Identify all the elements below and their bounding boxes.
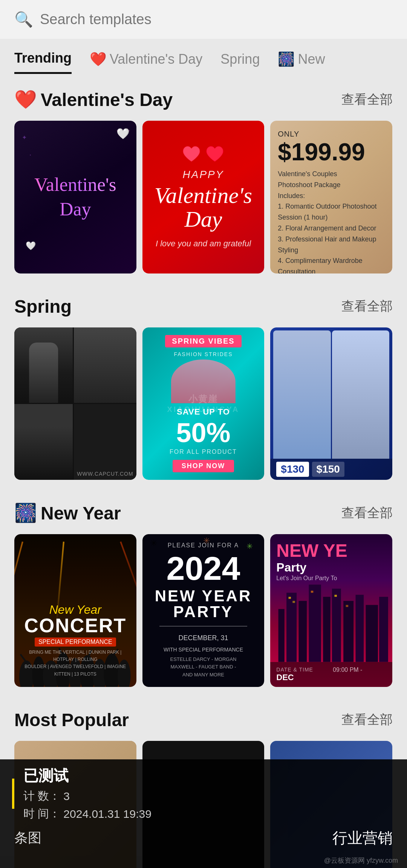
spring-cards-row: WWW.CAPCUT.COM SPRING VIBES FASHION STRI…	[14, 327, 393, 480]
ny2-year: 2024	[167, 552, 240, 585]
svg-rect-14	[286, 593, 297, 662]
sp1-photo-tl	[14, 327, 73, 403]
ny1-concert: CONCERT	[20, 616, 130, 635]
search-input[interactable]	[40, 11, 393, 28]
sp3-price2: $150	[312, 462, 344, 477]
svg-rect-15	[299, 601, 307, 662]
ny3-info-panel: DATE & TIME DEC 09:00 PM -	[270, 662, 392, 687]
search-bar: 🔍	[0, 0, 407, 39]
overlay-industry: 行业营销	[332, 828, 393, 848]
spring-header: Spring 查看全部	[14, 296, 393, 317]
template-card-vd3[interactable]: ONLY $199.99 Valentine's Couples Photosh…	[270, 121, 392, 273]
attribution-text: @云板资源网 yfzyw.com	[0, 856, 407, 868]
heart-svg-right	[205, 146, 224, 163]
template-card-ny1[interactable]: New Year CONCERT SPECIAL PERFORMANCE BRI…	[14, 534, 136, 687]
vd2-subtitle: I love you and am grateful	[156, 239, 251, 249]
svg-rect-21	[366, 605, 378, 662]
bottom-overlay: 已测试 计 数： 3 时 间： 2024.01.31 19:39 条图 行业营销…	[0, 759, 407, 868]
template-card-ny3[interactable]: DATE & TIME DEC 09:00 PM - NEW YE Party …	[270, 534, 392, 687]
sp3-price1: $130	[276, 462, 309, 477]
vd3-only: ONLY	[278, 130, 385, 138]
sp2-badge: SPRING VIBES	[165, 335, 241, 347]
svg-rect-17	[323, 597, 330, 662]
template-card-ny2[interactable]: ✳ ✳ ✳ PLEASE JOIN FOR A 2024 NEW YEARPAR…	[142, 534, 265, 687]
ny3-join: Let's Join Our Party To	[276, 575, 337, 582]
svg-rect-18	[332, 589, 341, 662]
sp1-watermark: WWW.CAPCUT.COM	[77, 471, 133, 477]
tabs-bar: Trending ❤️ Valentine's Day Spring 🎆 New	[0, 39, 407, 74]
tab-trending-label: Trending	[14, 50, 72, 66]
tab-valentines[interactable]: ❤️ Valentine's Day	[90, 51, 202, 73]
tab-new-icon: 🎆	[278, 51, 295, 67]
ny3-dec: DEC	[276, 673, 330, 682]
tab-valentines-label: Valentine's Day	[110, 51, 202, 67]
overlay-bottom-row: 条图 行业营销	[0, 825, 407, 856]
svg-rect-20	[356, 595, 364, 662]
ny3-party-text: Party	[276, 561, 306, 575]
overlay-count-label: 计 数：	[23, 788, 60, 804]
tab-new-label: New	[298, 51, 325, 67]
tab-valentines-icon: ❤️	[90, 51, 107, 67]
vd2-title: Valentine'sDay	[155, 184, 252, 231]
overlay-time-value: 2024.01.31 19:39	[63, 808, 151, 820]
valentines-header: ❤️ Valentine's Day 查看全部	[14, 89, 393, 110]
valentines-title: ❤️ Valentine's Day	[14, 89, 173, 110]
tab-new[interactable]: 🎆 New	[278, 51, 325, 73]
vd1-text: Valentine's Day	[22, 172, 129, 221]
sp1-photo-bl	[14, 404, 73, 480]
overlay-info: 已测试 计 数： 3 时 间： 2024.01.31 19:39	[23, 765, 151, 822]
template-card-sp3[interactable]: $130 $150	[270, 327, 392, 480]
valentines-cards-row: ✦ ✦ ✦ 🤍 Valentine's Day 🤍 ·	[14, 121, 393, 273]
spring-title: Spring	[14, 296, 72, 317]
template-card-vd1[interactable]: ✦ ✦ ✦ 🤍 Valentine's Day 🤍 ·	[14, 121, 136, 273]
watermark-overlay: 小黄崖 XIAOHUANGYA	[142, 327, 265, 480]
sp2-cta[interactable]: SHOP NOW	[173, 460, 234, 472]
heart-decoration: 🤍	[116, 128, 130, 140]
overlay-top-row: 已测试 计 数： 3 时 间： 2024.01.31 19:39	[0, 759, 407, 825]
overlay-time-label: 时 间：	[23, 806, 60, 822]
most-popular-view-all[interactable]: 查看全部	[341, 711, 393, 728]
firework1: ✳	[150, 538, 158, 548]
svg-rect-25	[311, 591, 313, 593]
ny3-date-label: DATE & TIME	[276, 667, 330, 673]
ny1-text-block: New Year CONCERT SPECIAL PERFORMANCE BRI…	[20, 604, 130, 678]
svg-rect-19	[344, 601, 354, 662]
sp3-prices: $130 $150	[270, 459, 392, 480]
sp2-model	[150, 359, 257, 404]
sp2-save: SAVE UP TO	[177, 407, 230, 417]
search-icon: 🔍	[14, 11, 33, 28]
template-card-sp1[interactable]: WWW.CAPCUT.COM	[14, 327, 136, 480]
most-popular-header: Most Popular 查看全部	[14, 710, 393, 730]
svg-rect-16	[309, 585, 321, 662]
ny1-bands: BRING ME THE VERTICAL | DUNKIN PARK | HO…	[20, 649, 130, 678]
overlay-time-row: 时 间： 2024.01.31 19:39	[23, 806, 151, 822]
tab-spring[interactable]: Spring	[220, 51, 260, 73]
svg-rect-23	[289, 597, 291, 599]
sp2-for-all: FOR ALL PRODUCT	[170, 449, 237, 455]
template-card-sp2[interactable]: SPRING VIBES FASHION STRIDES SAVE UP TO …	[142, 327, 265, 480]
firework3: ✳	[203, 536, 210, 546]
sp1-photo-tr	[74, 327, 136, 403]
overlay-tested: 已测试	[23, 765, 69, 786]
tab-trending[interactable]: Trending	[14, 50, 72, 74]
new-year-icon: 🎆	[14, 502, 37, 524]
valentines-view-all[interactable]: 查看全部	[341, 91, 393, 108]
new-year-header: 🎆 New Year 查看全部	[14, 502, 393, 524]
new-year-section: 🎆 New Year 查看全部	[0, 487, 407, 694]
overlay-count-value: 3	[63, 790, 70, 803]
most-popular-title: Most Popular	[14, 710, 129, 730]
tab-spring-label: Spring	[220, 51, 260, 67]
spring-view-all[interactable]: 查看全部	[341, 298, 393, 315]
template-card-vd2[interactable]: HAPPY Valentine'sDay I love you and am g…	[142, 121, 265, 273]
hearts-top	[182, 146, 224, 163]
svg-rect-22	[379, 597, 388, 662]
ny2-with: WITH SPECIAL PERFORMANCE	[164, 647, 243, 653]
sp3-photos	[270, 327, 392, 459]
vd3-price: $199.99	[278, 140, 385, 164]
new-year-view-all[interactable]: 查看全部	[341, 504, 393, 522]
sp1-photo-br: WWW.CAPCUT.COM	[74, 404, 136, 480]
svg-rect-24	[293, 601, 295, 603]
divider	[159, 626, 247, 627]
svg-rect-13	[278, 609, 285, 662]
new-year-cards-row: New Year CONCERT SPECIAL PERFORMANCE BRI…	[14, 534, 393, 687]
